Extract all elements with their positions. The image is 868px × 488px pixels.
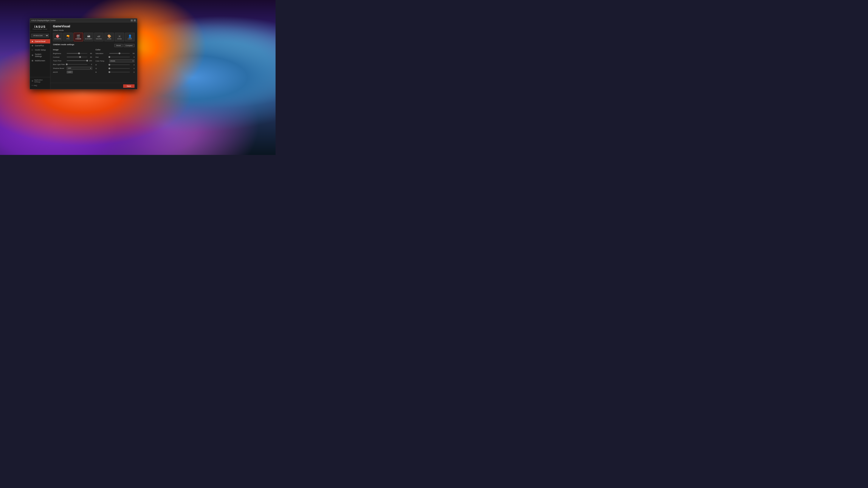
main-title: GameVisual bbox=[53, 25, 134, 28]
brightness-value: 60 bbox=[88, 53, 92, 55]
title-bar-controls: ─ ✕ bbox=[131, 19, 136, 22]
hue-slider[interactable] bbox=[110, 56, 130, 58]
user-icon: 👤 bbox=[128, 35, 132, 38]
contrast-thumb[interactable] bbox=[79, 56, 81, 58]
mode-label-cinema: CINEMA bbox=[75, 38, 81, 40]
mode-buttons: 🎯 RTS/RPG 🔫 FPS 🎬 CINEMA 🏔 SCENERY bbox=[53, 33, 134, 41]
ascr-toggle[interactable]: OFF bbox=[67, 71, 73, 73]
mode-btn-rts[interactable]: 🎯 RTS/RPG bbox=[53, 33, 62, 41]
rts-icon: 🎯 bbox=[56, 35, 59, 38]
g-thumb[interactable] bbox=[108, 68, 110, 69]
b-track bbox=[110, 72, 130, 72]
color-col-title: Color bbox=[96, 48, 135, 51]
contrast-slider[interactable] bbox=[67, 56, 87, 58]
hue-thumb[interactable] bbox=[108, 56, 110, 58]
brightness-slider[interactable] bbox=[67, 52, 87, 55]
sidebar-item-multiscreen[interactable]: ⊞ MultiScreen bbox=[30, 59, 50, 63]
hue-value: 0 bbox=[131, 56, 134, 58]
colortemp-value: 6500K bbox=[111, 60, 115, 62]
saturation-fill bbox=[110, 53, 120, 54]
minimize-button[interactable]: ─ bbox=[131, 19, 133, 22]
image-col-title: Image bbox=[53, 48, 92, 51]
tracefree-slider[interactable] bbox=[67, 59, 87, 62]
sidebar-bottom: ⚙ Application Settings ? FAQ bbox=[30, 77, 50, 87]
contrast-value: 80 bbox=[88, 56, 92, 58]
hue-label: Hue bbox=[96, 56, 108, 58]
bluelight-track bbox=[67, 64, 87, 65]
bluelight-slider[interactable] bbox=[67, 63, 87, 66]
g-track bbox=[110, 68, 130, 69]
faq-label: FAQ bbox=[34, 85, 37, 87]
reset-button[interactable]: Reset bbox=[114, 44, 123, 47]
saturation-slider[interactable] bbox=[110, 52, 130, 55]
image-settings-col: Image Brightness 60 bbox=[53, 48, 92, 74]
g-value: 0 bbox=[131, 68, 134, 69]
brightness-thumb[interactable] bbox=[78, 53, 80, 54]
r-thumb[interactable] bbox=[108, 64, 110, 66]
sidebar-subtitle: DisplayWidget Center bbox=[31, 28, 49, 30]
sidebar-item-system[interactable]: ⚙ System Settings bbox=[30, 52, 50, 59]
colortemp-dropdown[interactable]: 6500K ▾ bbox=[110, 59, 135, 62]
mode-btn-scenery[interactable]: 🏔 SCENERY bbox=[84, 33, 93, 41]
r-track bbox=[110, 65, 130, 65]
contrast-row: Contrast 80 bbox=[53, 56, 92, 58]
sidebar-item-gamevisual[interactable]: ◈ GameVisual bbox=[30, 39, 50, 43]
close-button[interactable]: ✕ bbox=[134, 19, 136, 22]
bluelight-value: 0 bbox=[88, 63, 92, 65]
sidebar-label-gameplus: GamePlus bbox=[35, 44, 44, 47]
appsettings-label: Application Settings bbox=[34, 79, 49, 83]
hue-track bbox=[110, 57, 130, 57]
r-slider[interactable] bbox=[110, 63, 130, 66]
tracefree-value: 254 bbox=[88, 60, 92, 62]
mode-btn-racing[interactable]: 🏎 RACING bbox=[94, 33, 104, 41]
sidebar: /ASUS DisplayWidget Center VP28UCDM ◈ Ga… bbox=[30, 22, 51, 89]
sidebar-label-system: System Settings bbox=[35, 53, 49, 58]
sidebar-label-oled: OLED Setup bbox=[35, 49, 46, 51]
b-thumb[interactable] bbox=[108, 71, 110, 73]
bluelight-thumb[interactable] bbox=[66, 63, 68, 65]
sidebar-label-multiscreen: MultiScreen bbox=[35, 60, 45, 62]
contrast-fill bbox=[67, 57, 80, 57]
sidebar-item-oled[interactable]: □ OLED Setup bbox=[30, 48, 50, 52]
oled-icon: □ bbox=[32, 49, 34, 51]
compare-button[interactable]: Compare bbox=[124, 44, 134, 47]
g-slider[interactable] bbox=[110, 67, 130, 70]
sidebar-link-faq[interactable]: ? FAQ bbox=[30, 84, 50, 87]
shadowboost-chevron: ▾ bbox=[90, 67, 91, 69]
hue-row: Hue 0 bbox=[96, 56, 135, 58]
b-label: B bbox=[96, 71, 108, 73]
settings-columns: Image Brightness 60 bbox=[53, 48, 134, 74]
save-section: Save bbox=[51, 83, 137, 89]
r-row: R 0 bbox=[96, 63, 135, 66]
sidebar-link-appsettings[interactable]: ⚙ Application Settings bbox=[30, 78, 50, 84]
gamevisual-icon: ◈ bbox=[32, 40, 34, 42]
sidebar-label-gamevisual: GameVisual bbox=[35, 40, 45, 42]
bluelight-row: Blue Light Filter 0 bbox=[53, 63, 92, 66]
mode-label-moba: MOBA bbox=[117, 38, 122, 40]
mode-label-fps: FPS bbox=[66, 38, 69, 40]
g-row: G 0 bbox=[96, 67, 135, 70]
mode-label-racing: RACING bbox=[96, 38, 102, 40]
shadowboost-dropdown[interactable]: OFF ▾ bbox=[67, 67, 92, 70]
app-window: ASUS DisplayWidget Center ─ ✕ /ASUS Disp… bbox=[30, 18, 137, 89]
mode-label-scenery: SCENERY bbox=[85, 38, 92, 40]
saturation-row: Saturation 50 bbox=[96, 52, 135, 55]
multiscreen-icon: ⊞ bbox=[32, 60, 34, 62]
sidebar-item-gameplus[interactable]: ⊕ GamePlus bbox=[30, 43, 50, 48]
brightness-track bbox=[67, 53, 87, 54]
ascr-row: ASCR OFF bbox=[53, 71, 92, 73]
saturation-thumb[interactable] bbox=[119, 53, 120, 54]
mode-btn-moba[interactable]: ⚔ MOBA bbox=[115, 33, 124, 41]
srgb-icon: 🎨 bbox=[107, 35, 111, 38]
tracefree-thumb[interactable] bbox=[86, 60, 88, 62]
mode-btn-srgb[interactable]: 🎨 sRGB bbox=[104, 33, 114, 41]
fps-icon: 🔫 bbox=[66, 35, 70, 38]
b-slider[interactable] bbox=[110, 71, 130, 73]
mode-btn-fps[interactable]: 🔫 FPS bbox=[63, 33, 73, 41]
mode-btn-user[interactable]: 👤 USER bbox=[125, 33, 134, 41]
device-selector[interactable]: VP28UCDM bbox=[31, 34, 49, 37]
tracefree-row: Trace Free 254 bbox=[53, 59, 92, 62]
mode-btn-cinema[interactable]: 🎬 CINEMA bbox=[73, 33, 83, 41]
gameplus-icon: ⊕ bbox=[32, 44, 34, 47]
save-button[interactable]: Save bbox=[123, 84, 134, 88]
